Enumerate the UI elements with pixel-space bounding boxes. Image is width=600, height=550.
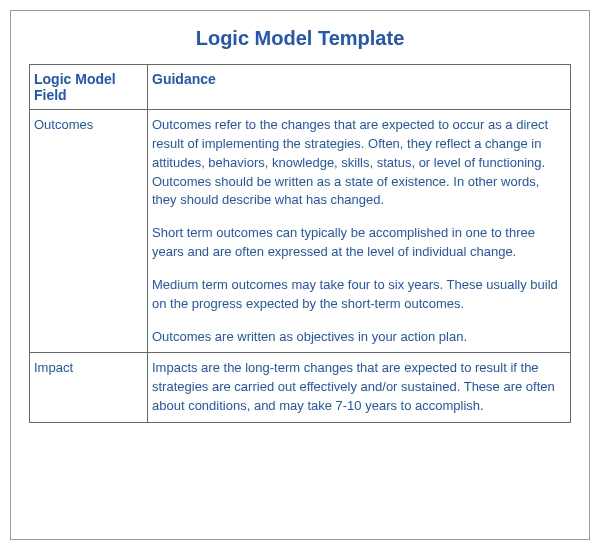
- header-field: Logic Model Field: [30, 65, 148, 110]
- page-title: Logic Model Template: [29, 27, 571, 50]
- table-row: Impact Impacts are the long-term changes…: [30, 353, 571, 423]
- cell-guidance: Impacts are the long-term changes that a…: [148, 353, 571, 423]
- document-page: Logic Model Template Logic Model Field G…: [10, 10, 590, 540]
- cell-field: Impact: [30, 353, 148, 423]
- guidance-paragraph: Impacts are the long-term changes that a…: [152, 359, 566, 416]
- cell-field: Outcomes: [30, 110, 148, 353]
- guidance-paragraph: Medium term outcomes may take four to si…: [152, 276, 566, 314]
- header-guidance: Guidance: [148, 65, 571, 110]
- cell-guidance: Outcomes refer to the changes that are e…: [148, 110, 571, 353]
- table-header-row: Logic Model Field Guidance: [30, 65, 571, 110]
- guidance-paragraph: Outcomes refer to the changes that are e…: [152, 116, 566, 210]
- guidance-paragraph: Outcomes are written as objectives in yo…: [152, 328, 566, 347]
- guidance-paragraph: Short term outcomes can typically be acc…: [152, 224, 566, 262]
- logic-model-table: Logic Model Field Guidance Outcomes Outc…: [29, 64, 571, 423]
- table-row: Outcomes Outcomes refer to the changes t…: [30, 110, 571, 353]
